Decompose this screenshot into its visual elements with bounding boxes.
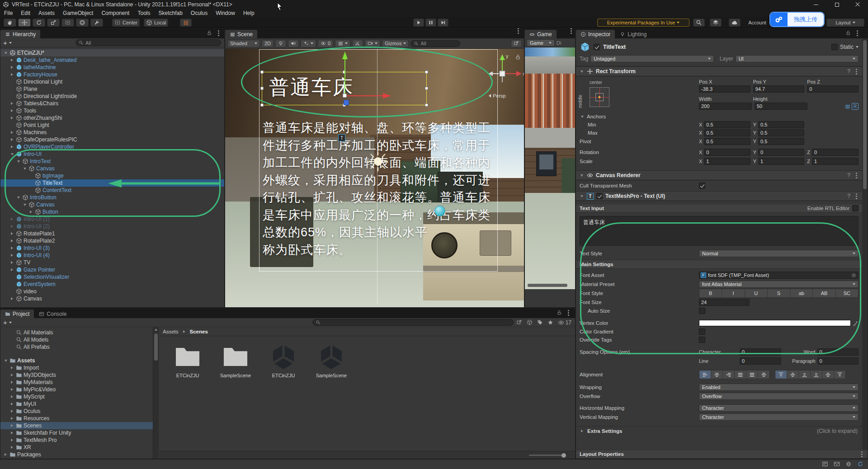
- font-size-field[interactable]: 24: [699, 299, 750, 306]
- hierarchy-row[interactable]: Gaze Pointer: [0, 266, 224, 273]
- game-h-scrollbar[interactable]: [528, 284, 567, 287]
- font-asset-field[interactable]: F font SDF (TMP_Font Asset): [699, 272, 859, 279]
- search-button[interactable]: [693, 19, 705, 27]
- orientation-local-button[interactable]: Local: [144, 19, 168, 27]
- font-style-toggle[interactable]: B: [699, 289, 722, 297]
- menu-item[interactable]: Help: [239, 9, 259, 17]
- favorites-icon[interactable]: [547, 319, 553, 325]
- canvas-renderer-header[interactable]: Canvas Renderer ?: [576, 170, 862, 180]
- hierarchy-row[interactable]: RotatePlate2: [0, 237, 224, 244]
- override-tags-checkbox[interactable]: [699, 337, 705, 343]
- scene-audio-toggle[interactable]: [288, 40, 299, 47]
- panel-menu-icon[interactable]: [571, 30, 572, 32]
- tab-console[interactable]: Console: [34, 310, 71, 318]
- rotation-z-field[interactable]: 0: [812, 149, 859, 156]
- expand-arrow-icon[interactable]: [9, 261, 14, 264]
- perspective-label[interactable]: Persp: [489, 93, 506, 98]
- expand-arrow-icon[interactable]: [16, 197, 21, 199]
- cut-tool-button[interactable]: [352, 40, 363, 47]
- project-tree-row[interactable]: Packages: [0, 451, 153, 458]
- console-status-icon[interactable]: [822, 461, 828, 467]
- minimize-button[interactable]: [806, 0, 826, 9]
- pause-button[interactable]: [425, 19, 436, 27]
- experimental-packages-dropdown[interactable]: Experimental Packages In Use: [597, 19, 689, 27]
- 2d-toggle-button[interactable]: 2D: [262, 40, 274, 47]
- rotation-y-field[interactable]: 0: [758, 149, 804, 156]
- expand-arrow-icon[interactable]: [9, 439, 14, 441]
- text-style-dropdown[interactable]: Normal: [699, 250, 859, 257]
- expand-arrow-icon[interactable]: [9, 381, 14, 384]
- project-tree-row[interactable]: All Materials: [0, 329, 153, 336]
- expand-arrow-icon[interactable]: [9, 138, 14, 141]
- font-style-toggle[interactable]: SC: [836, 289, 858, 297]
- component-menu-icon[interactable]: [856, 175, 857, 176]
- blueprint-mode-icon[interactable]: [844, 103, 850, 109]
- expand-arrow-icon[interactable]: [9, 131, 14, 134]
- expand-arrow-icon[interactable]: [9, 66, 14, 69]
- expand-arrow-icon[interactable]: [9, 388, 14, 391]
- scene-effects-dropdown[interactable]: [301, 40, 316, 47]
- anchor-preset-widget[interactable]: [590, 87, 609, 107]
- align-capline-button[interactable]: [834, 371, 846, 379]
- scroll-up-icon[interactable]: [155, 328, 157, 331]
- lock-icon[interactable]: [845, 30, 851, 36]
- display-dropdown-cut[interactable]: Di: [557, 40, 561, 46]
- project-tree-row[interactable]: Scenes: [0, 422, 153, 429]
- draw-mode-dropdown[interactable]: Shaded: [227, 40, 260, 47]
- component-menu-icon[interactable]: [856, 71, 857, 72]
- anchor-min-x-field[interactable]: 0.5: [704, 121, 750, 128]
- hierarchy-row[interactable]: bgImage: [0, 172, 224, 179]
- expand-arrow-icon[interactable]: [9, 446, 14, 449]
- expand-arrow-icon[interactable]: [9, 424, 14, 427]
- expand-arrow-icon[interactable]: [9, 145, 14, 148]
- create-dropdown-icon[interactable]: [9, 322, 12, 324]
- maximize-button[interactable]: [826, 0, 847, 9]
- sphere-gizmo-icon[interactable]: [434, 206, 445, 216]
- hierarchy-row[interactable]: ETCinZJU*: [0, 49, 224, 56]
- menu-item[interactable]: Oculus: [187, 9, 212, 17]
- hierarchy-row[interactable]: ContentText: [0, 187, 224, 194]
- hierarchy-row[interactable]: Tables&Chairs: [0, 100, 224, 107]
- drag-upload-button[interactable]: 拖拽上传: [769, 12, 825, 27]
- component-menu-icon[interactable]: [856, 196, 857, 197]
- hierarchy-row[interactable]: IntroText: [0, 158, 224, 165]
- tab-scene[interactable]: Scene: [225, 30, 257, 38]
- hierarchy-row[interactable]: Button: [0, 208, 224, 216]
- layout-properties-bar[interactable]: Layout Properties: [576, 450, 868, 459]
- move-tool-button[interactable]: [18, 19, 31, 27]
- vertex-color-swatch[interactable]: [699, 320, 851, 326]
- expand-arrow-icon[interactable]: [22, 168, 27, 170]
- font-style-toggle[interactable]: U: [745, 289, 768, 297]
- game-display-dropdown[interactable]: Game: [527, 39, 555, 47]
- expand-arrow-icon[interactable]: [9, 109, 14, 112]
- hierarchy-row[interactable]: Intro-UI (4): [0, 252, 224, 259]
- project-tree-row[interactable]: MyMaterials: [0, 379, 153, 386]
- font-style-toggle[interactable]: I: [722, 289, 745, 297]
- pivot-y-field[interactable]: 0.5: [758, 138, 804, 145]
- menu-item[interactable]: Window: [212, 9, 239, 17]
- hierarchy-row[interactable]: Intro-UI (2): [0, 223, 224, 230]
- panel-menu-icon[interactable]: [518, 30, 519, 32]
- overflow-dropdown[interactable]: Overflow: [699, 393, 859, 400]
- expand-arrow-icon[interactable]: [3, 453, 8, 456]
- static-dropdown-icon[interactable]: [856, 46, 859, 48]
- play-button[interactable]: [413, 19, 424, 27]
- project-tree-row[interactable]: Oculus: [0, 408, 153, 415]
- expand-arrow-icon[interactable]: [9, 232, 14, 235]
- menu-item[interactable]: Tools: [133, 9, 154, 17]
- expand-arrow-icon[interactable]: [28, 211, 33, 213]
- expand-arrow-icon[interactable]: [9, 254, 14, 257]
- tag-dropdown[interactable]: Untagged: [590, 55, 713, 62]
- help-icon[interactable]: ?: [847, 68, 850, 75]
- expand-arrow-icon[interactable]: [9, 153, 14, 155]
- scale-x-field[interactable]: 1: [704, 158, 750, 165]
- layers-dropdown[interactable]: [710, 19, 722, 27]
- main-settings-section[interactable]: Main Settings: [576, 260, 862, 269]
- hierarchy-row[interactable]: IntroButton: [0, 194, 224, 201]
- tab-game[interactable]: Game: [525, 30, 557, 38]
- hierarchy-row[interactable]: Intro-UI: [0, 150, 224, 158]
- project-tree-row[interactable]: MyPic&Video: [0, 386, 153, 393]
- align-geometry-button[interactable]: [758, 371, 770, 379]
- expand-arrow-icon[interactable]: [9, 247, 14, 249]
- create-button[interactable]: +: [3, 40, 7, 46]
